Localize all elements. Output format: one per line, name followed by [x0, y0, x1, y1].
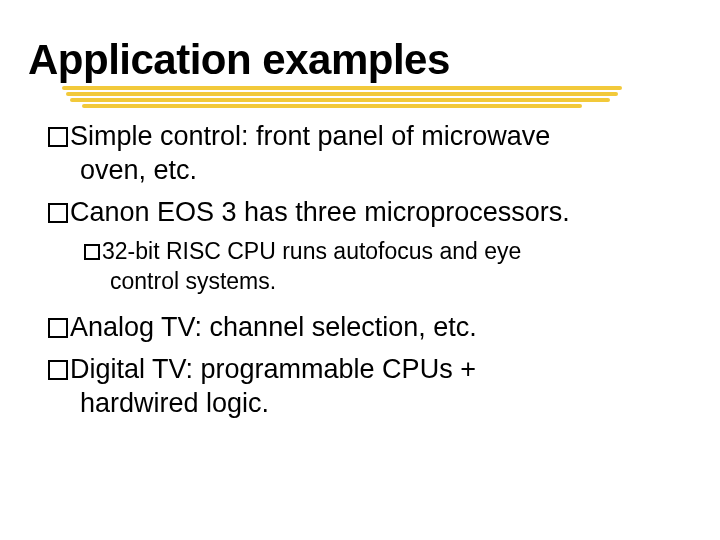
square-bullet-icon — [48, 127, 68, 147]
bullet-list: Simple control: front panel of microwave… — [28, 120, 692, 420]
sub-bullet-list: 32-bit RISC CPU runs autofocus and eye c… — [48, 237, 692, 297]
bullet-text-cont: hardwired logic. — [48, 387, 692, 421]
slide: Application examples Simple control: fro… — [0, 0, 720, 448]
bullet-item: Simple control: front panel of microwave… — [48, 120, 692, 188]
bullet-text-cont: control systems. — [84, 267, 692, 297]
bullet-item: Digital TV: programmable CPUs + hardwire… — [48, 353, 692, 421]
title-underline — [62, 86, 622, 112]
bullet-text: Digital TV: programmable CPUs + — [70, 354, 476, 384]
bullet-item: Canon EOS 3 has three microprocessors. — [48, 196, 692, 230]
sub-bullet-item: 32-bit RISC CPU runs autofocus and eye c… — [84, 237, 692, 297]
square-bullet-icon — [48, 203, 68, 223]
bullet-text: 32-bit RISC CPU runs autofocus and eye — [102, 238, 521, 264]
bullet-item: Analog TV: channel selection, etc. — [48, 311, 692, 345]
bullet-text: Analog TV: channel selection, etc. — [70, 312, 477, 342]
slide-title: Application examples — [28, 38, 692, 82]
bullet-text-cont: oven, etc. — [48, 154, 692, 188]
bullet-text: Simple control: front panel of microwave — [70, 121, 550, 151]
title-wrap: Application examples — [28, 38, 692, 82]
square-bullet-icon — [48, 318, 68, 338]
square-bullet-icon — [48, 360, 68, 380]
bullet-text: Canon EOS 3 has three microprocessors. — [70, 197, 570, 227]
square-bullet-icon — [84, 244, 100, 260]
